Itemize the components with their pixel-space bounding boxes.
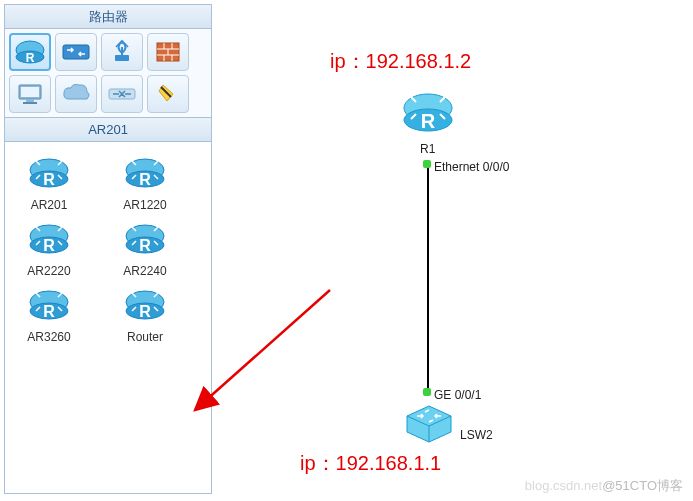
ip-label-bottom: ip：192.168.1.1 <box>300 450 441 477</box>
ip-label-top: ip：192.168.1.2 <box>330 48 471 75</box>
watermark: blog.csdn.net@51CTO博客 <box>525 477 683 495</box>
device-ar201[interactable]: R AR201 <box>13 154 85 212</box>
port-top-label: Ethernet 0/0/0 <box>434 160 509 174</box>
cloud-category-icon[interactable] <box>55 75 97 113</box>
device-ar2220[interactable]: R AR2220 <box>13 220 85 278</box>
node-r1[interactable]: R <box>400 90 456 141</box>
svg-text:R: R <box>26 51 35 65</box>
svg-line-40 <box>195 290 330 410</box>
watermark-faint: blog.csdn.net <box>525 478 602 493</box>
selected-model-header: AR201 <box>5 118 211 142</box>
topology-canvas[interactable]: ip：192.168.1.2 R R1 Ethernet 0/0/0 GE 0/… <box>220 0 690 500</box>
wlan-category-icon[interactable] <box>101 33 143 71</box>
svg-text:R: R <box>43 303 55 320</box>
svg-text:R: R <box>139 171 151 188</box>
router-category-icon[interactable]: R <box>9 33 51 71</box>
switch-category-icon[interactable] <box>55 33 97 71</box>
port-bottom-label: GE 0/0/1 <box>434 388 481 402</box>
watermark-tag: @51CTO博客 <box>602 478 683 493</box>
device-router[interactable]: R Router <box>109 286 181 344</box>
device-ar3260[interactable]: R AR3260 <box>13 286 85 344</box>
svg-text:R: R <box>139 303 151 320</box>
connection-category-icon[interactable] <box>101 75 143 113</box>
port-dot-bottom <box>423 388 431 396</box>
device-label: AR1220 <box>109 198 181 212</box>
svg-text:R: R <box>43 237 55 254</box>
node-r1-label: R1 <box>420 142 435 156</box>
device-grid: R AR201 R AR1220 R AR2220 R AR2240 R <box>5 142 211 356</box>
link-r1-lsw2[interactable] <box>427 160 429 395</box>
device-label: Router <box>109 330 181 344</box>
svg-rect-4 <box>115 55 129 61</box>
svg-rect-3 <box>63 45 89 59</box>
device-sidebar: 路由器 R <box>4 4 212 494</box>
node-lsw2-label: LSW2 <box>460 428 493 442</box>
pc-category-icon[interactable] <box>9 75 51 113</box>
firewall-category-icon[interactable] <box>147 33 189 71</box>
device-ar2240[interactable]: R AR2240 <box>109 220 181 278</box>
category-row: R <box>5 29 211 118</box>
svg-text:R: R <box>421 110 436 132</box>
port-dot-top <box>423 160 431 168</box>
device-label: AR2240 <box>109 264 181 278</box>
svg-text:R: R <box>139 237 151 254</box>
device-ar1220[interactable]: R AR1220 <box>109 154 181 212</box>
device-label: AR201 <box>13 198 85 212</box>
custom-category-icon[interactable] <box>147 75 189 113</box>
device-label: AR2220 <box>13 264 85 278</box>
node-lsw2[interactable] <box>403 402 455 447</box>
svg-text:R: R <box>43 171 55 188</box>
svg-rect-17 <box>23 102 37 104</box>
svg-rect-15 <box>21 87 39 97</box>
svg-rect-16 <box>26 99 34 102</box>
sidebar-title: 路由器 <box>5 5 211 29</box>
device-label: AR3260 <box>13 330 85 344</box>
